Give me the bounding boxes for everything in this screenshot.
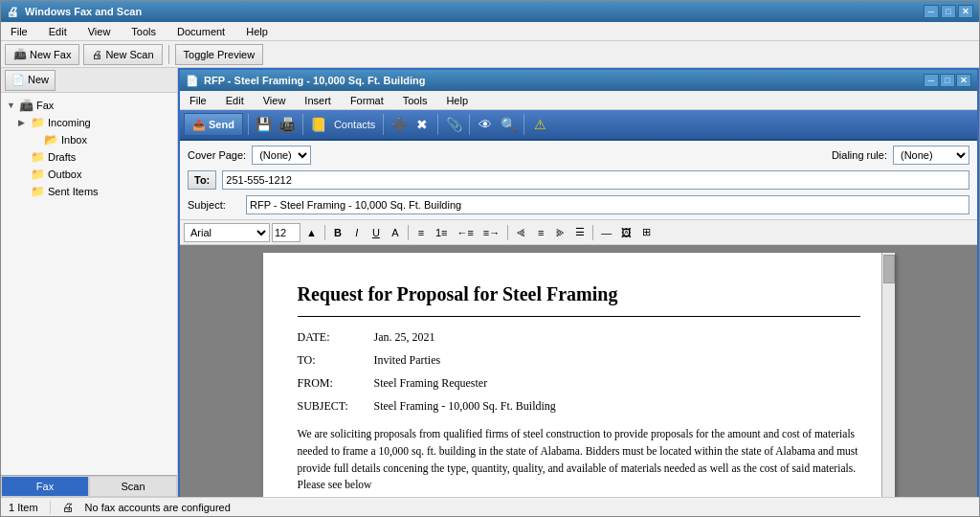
subject-label: Subject: — [188, 199, 240, 211]
menu-tools[interactable]: Tools — [125, 24, 162, 39]
date-value: Jan. 25, 2021 — [374, 328, 435, 346]
inner-menu-tools[interactable]: Tools — [397, 93, 434, 108]
from-label: FROM: — [298, 374, 374, 392]
preview-toolbar-icon[interactable]: 👁 — [475, 114, 496, 135]
preview2-toolbar-icon[interactable]: 🔍 — [498, 114, 519, 135]
italic-button[interactable]: I — [348, 223, 366, 242]
incoming-folder-icon: 📁 — [31, 116, 45, 129]
insert-line-button[interactable]: — — [597, 223, 615, 242]
sidebar-tab-scan[interactable]: Scan — [89, 476, 177, 497]
sent-expander: ▶ — [18, 187, 28, 196]
send-sep-1 — [248, 114, 249, 135]
maximize-button[interactable]: □ — [941, 5, 956, 18]
inner-menu-insert[interactable]: Insert — [299, 93, 337, 108]
insert-image-button[interactable]: 🖼 — [617, 223, 635, 242]
send-button[interactable]: 📤 Send — [184, 113, 243, 136]
menu-edit[interactable]: Edit — [43, 24, 73, 39]
font-increase-btn[interactable]: ▲ — [302, 223, 321, 242]
to-input[interactable] — [222, 170, 969, 190]
inner-maximize-button[interactable]: □ — [940, 74, 955, 87]
inner-close-button[interactable]: ✕ — [956, 74, 971, 87]
sidebar-item-drafts[interactable]: ▶ 📁 Drafts — [5, 148, 173, 166]
menu-help[interactable]: Help — [240, 24, 274, 39]
main-area: 📄 New ▼ 📠 Fax ▶ 📁 Incoming ▶ 📂 — [1, 68, 979, 497]
inner-window-title: RFP - Steel Framing - 10,000 Sq. Ft. Bui… — [204, 75, 425, 86]
items-count: 1 Item — [9, 502, 38, 513]
minimize-button[interactable]: ─ — [924, 5, 939, 18]
scrollbar-right[interactable] — [881, 253, 895, 497]
scrollbar-thumb[interactable] — [883, 255, 895, 283]
inner-menu-bar: File Edit View Insert Format Tools Help — [180, 91, 977, 110]
cover-page-group: Cover Page: (None) — [188, 146, 311, 165]
fax-fields: Cover Page: (None) Dialing rule: (None) — [180, 141, 977, 220]
align-right-button[interactable]: ⫸ — [551, 223, 569, 242]
save-toolbar-icon[interactable]: 💾 — [254, 114, 275, 135]
inner-menu-edit[interactable]: Edit — [220, 93, 250, 108]
subject-doc-label: SUBJECT: — [298, 397, 374, 415]
num-list-button[interactable]: 1≡ — [432, 223, 452, 242]
document-title: Request for Proposal for Steel Framing — [298, 280, 860, 308]
align-left-button[interactable]: ⫷ — [512, 223, 530, 242]
delete-toolbar-icon[interactable]: ✖ — [412, 114, 433, 135]
bold-button[interactable]: B — [329, 223, 346, 242]
document-area[interactable]: Request for Proposal for Steel Framing D… — [180, 245, 977, 497]
sidebar-new-fax-button[interactable]: 📄 New — [5, 70, 56, 91]
outbox-folder-icon: 📁 — [31, 168, 45, 181]
underline-button[interactable]: U — [368, 223, 385, 242]
sidebar-item-sent[interactable]: ▶ 📁 Sent Items — [5, 183, 173, 200]
inner-menu-file[interactable]: File — [184, 93, 212, 108]
fax-expander: ▼ — [7, 101, 16, 110]
to-value: Invited Parties — [374, 351, 441, 369]
sidebar-item-incoming[interactable]: ▶ 📁 Incoming — [5, 114, 173, 131]
justify-button[interactable]: ☰ — [571, 223, 589, 242]
insert-table-button[interactable]: ⊞ — [637, 223, 655, 242]
doc-field-subject: SUBJECT: Steel Framing - 10,000 Sq. Ft. … — [298, 397, 860, 415]
sidebar-item-inbox[interactable]: ▶ 📂 Inbox — [5, 131, 173, 148]
font-select[interactable]: Arial — [184, 223, 270, 242]
format-sep-2 — [408, 225, 409, 240]
close-button[interactable]: ✕ — [958, 5, 973, 18]
outer-window-icon: 🖨 — [7, 5, 19, 19]
outbox-label: Outbox — [48, 169, 81, 180]
inner-minimize-button[interactable]: ─ — [924, 74, 939, 87]
inner-menu-view[interactable]: View — [257, 93, 292, 108]
menu-document[interactable]: Document — [171, 24, 231, 39]
contacts-label: Contacts — [331, 119, 378, 130]
inner-titlebar: 📄 RFP - Steel Framing - 10,000 Sq. Ft. B… — [180, 70, 977, 91]
menu-file[interactable]: File — [5, 24, 33, 39]
add-toolbar-icon[interactable]: ➕ — [389, 114, 410, 135]
new-scan-icon: 🖨 — [92, 49, 102, 60]
format-sep-3 — [507, 225, 508, 240]
attach-toolbar-icon[interactable]: 📎 — [443, 114, 464, 135]
send-sep-4 — [437, 114, 438, 135]
cover-page-select[interactable]: (None) — [252, 146, 311, 165]
doc-field-from: FROM: Steel Framing Requester — [298, 374, 860, 392]
inner-menu-help[interactable]: Help — [440, 93, 474, 108]
fax-status-text: No fax accounts are configured — [85, 502, 231, 513]
sidebar-item-fax[interactable]: ▼ 📠 Fax — [5, 97, 173, 114]
font-size-input[interactable] — [272, 223, 301, 242]
warning-toolbar-icon[interactable]: ⚠ — [529, 114, 550, 135]
dialing-rule-select[interactable]: (None) — [893, 146, 969, 165]
menu-view[interactable]: View — [82, 24, 117, 39]
font-color-button[interactable]: A — [387, 223, 404, 242]
sent-folder-icon: 📁 — [31, 185, 45, 198]
cover-page-row: Cover Page: (None) Dialing rule: (None) — [188, 145, 969, 166]
inner-menu-format[interactable]: Format — [345, 93, 390, 108]
doc-field-to: TO: Invited Parties — [298, 351, 860, 369]
sidebar-tab-fax[interactable]: Fax — [1, 476, 89, 497]
new-scan-button[interactable]: 🖨 New Scan — [83, 44, 162, 65]
indent-increase-button[interactable]: ≡→ — [479, 223, 503, 242]
fax-toolbar-icon[interactable]: 📠 — [277, 114, 298, 135]
align-center-button[interactable]: ≡ — [532, 223, 549, 242]
doc-field-date: DATE: Jan. 25, 2021 — [298, 328, 860, 346]
contacts-toolbar-icon[interactable]: 📒 — [308, 114, 329, 135]
sidebar-item-outbox[interactable]: ▶ 📁 Outbox — [5, 166, 173, 183]
bullet-list-button[interactable]: ≡ — [412, 223, 430, 242]
subject-input[interactable] — [246, 195, 969, 214]
indent-decrease-button[interactable]: ←≡ — [453, 223, 477, 242]
to-button[interactable]: To: — [188, 170, 216, 190]
toggle-preview-button[interactable]: Toggle Preview — [175, 44, 264, 65]
tab-scan-label: Scan — [121, 481, 145, 492]
new-fax-button[interactable]: 📠 New Fax — [5, 44, 79, 65]
